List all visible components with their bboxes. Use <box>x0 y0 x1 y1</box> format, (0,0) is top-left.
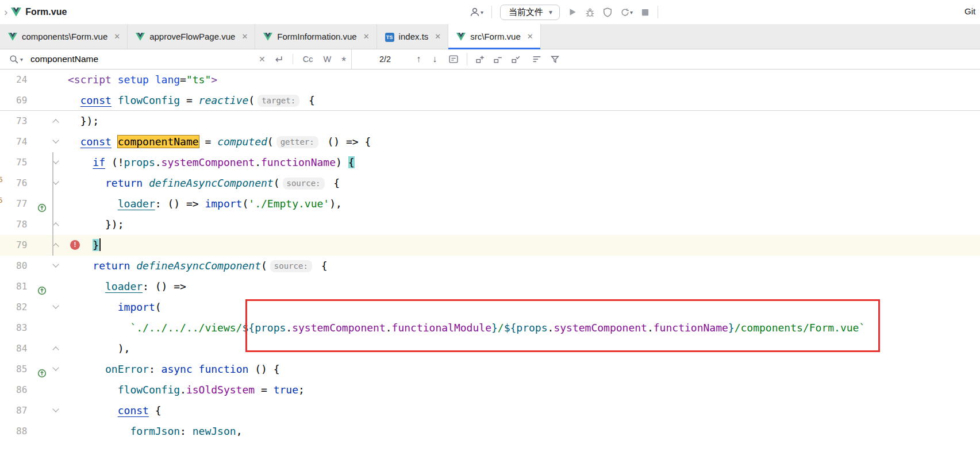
gutter[interactable]: 76 <box>0 173 68 194</box>
code-text[interactable]: loader: () => <box>68 276 186 297</box>
run-config-selector[interactable]: 当前文件 ▼ <box>500 5 560 20</box>
code-text[interactable]: const componentName = computed(getter: (… <box>68 132 371 152</box>
code-editor[interactable]: 24<script setup lang="ts">69 const flowC… <box>0 70 980 471</box>
regex-toggle[interactable]: * <box>341 58 346 64</box>
code-line: 24<script setup lang="ts"> <box>0 70 980 90</box>
tab-label: approveFlowPage.vue <box>149 32 235 41</box>
code-text[interactable]: loader: () => import('./Empty.vue'), <box>68 194 342 214</box>
line-number: 77 <box>0 194 29 214</box>
search-history-icon[interactable]: ▾ <box>20 56 23 63</box>
gutter[interactable]: 79 <box>0 235 68 256</box>
add-occurrence-icon[interactable] <box>475 55 486 64</box>
code-text[interactable]: }); <box>68 214 124 235</box>
search-options-icon[interactable] <box>532 55 542 64</box>
gutter[interactable]: 84 <box>0 338 68 359</box>
code-with-me-icon[interactable]: ▾ <box>469 7 483 17</box>
code-text[interactable]: return defineAsyncComponent(source: { <box>68 173 340 194</box>
filter-icon[interactable] <box>550 55 560 64</box>
fold-marker-icon[interactable] <box>52 364 59 370</box>
vue-icon <box>8 33 17 41</box>
whole-words-toggle[interactable]: W <box>324 55 332 64</box>
code-line: 76 return defineAsyncComponent(source: { <box>0 173 980 194</box>
prev-match-icon[interactable]: ↑ <box>416 54 421 64</box>
gutter[interactable]: 78 <box>0 214 68 235</box>
code-text[interactable]: formJson: newJson, <box>68 421 242 442</box>
code-text[interactable]: onError: async function () { <box>68 359 280 380</box>
tab-label: index.ts <box>399 32 429 41</box>
close-tab-icon[interactable]: ✕ <box>241 32 248 41</box>
tab-label: src\Form.vue <box>470 32 521 41</box>
fold-marker-icon[interactable] <box>52 157 59 164</box>
gutter[interactable]: 88 <box>0 421 68 442</box>
gutter[interactable]: 80 <box>0 256 68 276</box>
code-line: 87 const { <box>0 400 980 421</box>
search-icon <box>9 55 19 64</box>
next-match-icon[interactable]: ↓ <box>432 54 437 64</box>
editor-tab[interactable]: src\Form.vue✕ <box>448 24 540 49</box>
editor-tab[interactable]: components\Form.vue✕ <box>0 24 128 49</box>
fold-marker-icon[interactable] <box>52 346 59 353</box>
code-text[interactable]: if (!props.systemComponent.functionName)… <box>68 152 355 173</box>
stop-icon[interactable] <box>641 8 650 17</box>
fold-marker-icon[interactable] <box>52 119 59 125</box>
fold-marker-icon[interactable] <box>52 302 59 308</box>
gutter[interactable]: 83 <box>0 318 68 338</box>
inlay-hint: source: <box>283 177 325 190</box>
newline-icon[interactable] <box>274 55 283 64</box>
gutter[interactable]: 74 <box>0 132 68 152</box>
line-number: 69 <box>0 90 29 111</box>
chevron-right-icon[interactable]: › <box>4 6 7 18</box>
close-tab-icon[interactable]: ✕ <box>363 32 370 41</box>
editor-tab[interactable]: approveFlowPage.vue✕ <box>128 24 255 49</box>
editor-tab[interactable]: FormInformation.vue✕ <box>255 24 376 49</box>
gutter[interactable]: 69 <box>0 90 68 111</box>
gutter[interactable]: 77 <box>0 194 68 214</box>
close-tab-icon[interactable]: ✕ <box>435 32 441 41</box>
code-text[interactable]: const { <box>68 400 162 421</box>
git-menu[interactable]: Git <box>964 6 975 16</box>
select-all-occurrences-icon[interactable] <box>511 55 521 64</box>
gutter[interactable]: 85 <box>0 359 68 380</box>
matched-brace: } <box>93 239 99 251</box>
fold-marker-icon[interactable] <box>52 243 59 249</box>
run-icon[interactable] <box>568 7 577 17</box>
close-tab-icon[interactable]: ✕ <box>114 32 120 41</box>
code-text[interactable]: flowConfig.isOldSystem = true; <box>68 380 305 400</box>
match-case-toggle[interactable]: Cc <box>303 55 313 64</box>
gutter[interactable]: 81 <box>0 276 68 297</box>
gutter[interactable]: 87 <box>0 400 68 421</box>
clear-search-icon[interactable]: ✕ <box>259 55 266 64</box>
code-line: 74 const componentName = computed(getter… <box>0 132 980 152</box>
line-number: 82 <box>0 297 29 318</box>
fold-marker-icon[interactable] <box>52 222 59 229</box>
in-selection-icon[interactable] <box>448 55 459 64</box>
gutter[interactable]: 24 <box>0 70 68 90</box>
fold-marker-icon[interactable] <box>52 178 59 184</box>
search-field[interactable]: ▾ componentName ✕ Cc W * <box>0 49 352 69</box>
gutter[interactable]: 73 <box>0 111 68 132</box>
error-icon[interactable]: ! <box>70 240 80 250</box>
gutter[interactable]: 75 <box>0 152 68 173</box>
search-query[interactable]: componentName <box>30 54 98 64</box>
gutter[interactable]: 82 <box>0 297 68 318</box>
code-text[interactable]: ), <box>68 338 130 359</box>
close-tab-icon[interactable]: ✕ <box>527 32 533 41</box>
rerun-icon[interactable]: ▾ <box>620 7 633 17</box>
code-text[interactable]: }); <box>68 111 99 132</box>
gutter[interactable]: 86 <box>0 380 68 400</box>
vue-icon <box>11 7 21 17</box>
fold-marker-icon[interactable] <box>52 261 59 267</box>
fold-marker-icon[interactable] <box>52 406 59 412</box>
fold-marker-icon[interactable] <box>52 137 59 143</box>
code-text[interactable]: <script setup lang="ts"> <box>68 70 217 90</box>
debug-icon[interactable] <box>585 7 595 17</box>
editor-tab[interactable]: TSindex.ts✕ <box>377 24 449 49</box>
code-text[interactable]: return defineAsyncComponent(source: { <box>68 256 328 276</box>
line-number: 79 <box>0 235 29 256</box>
remove-occurrence-icon[interactable] <box>493 55 504 64</box>
coverage-icon[interactable] <box>603 7 612 17</box>
code-text[interactable]: import( <box>68 297 162 318</box>
code-text[interactable]: const flowConfig = reactive(target: { <box>68 90 315 111</box>
code-line: 77 loader: () => import('./Empty.vue'), <box>0 194 980 214</box>
tab-label: components\Form.vue <box>22 32 107 41</box>
